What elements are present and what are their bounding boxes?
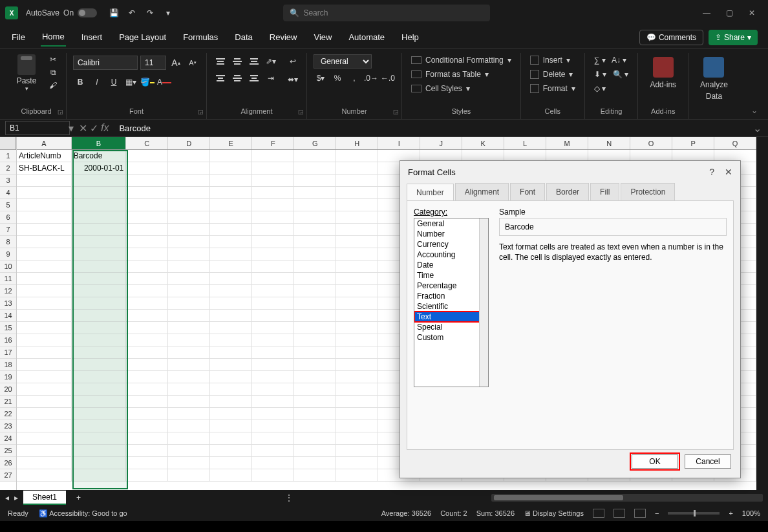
cell[interactable] xyxy=(168,432,210,445)
tab-home[interactable]: Home xyxy=(41,28,66,47)
enter-formula-icon[interactable]: ✓ xyxy=(90,122,98,134)
sheet-menu-icon[interactable]: ⋮ xyxy=(285,493,293,502)
redo-icon[interactable]: ↷ xyxy=(142,5,158,21)
font-color-button[interactable]: A xyxy=(157,75,171,89)
row-header[interactable]: 5 xyxy=(0,199,16,211)
cell[interactable] xyxy=(126,359,168,371)
underline-button[interactable]: U xyxy=(107,75,121,89)
cell[interactable] xyxy=(336,211,378,224)
cell[interactable] xyxy=(210,273,252,285)
cell[interactable] xyxy=(72,383,127,396)
maximize-button[interactable]: ▢ xyxy=(726,8,733,17)
column-header[interactable]: K xyxy=(462,137,504,149)
column-header[interactable]: A xyxy=(17,137,72,149)
cell[interactable] xyxy=(17,383,72,396)
cell[interactable] xyxy=(336,248,378,261)
cell[interactable] xyxy=(210,236,252,248)
cell[interactable] xyxy=(17,175,72,187)
font-launcher[interactable]: ◲ xyxy=(198,109,204,115)
cell[interactable] xyxy=(252,310,294,322)
cell[interactable] xyxy=(252,432,294,445)
row-header[interactable]: 15 xyxy=(0,322,16,334)
name-box-dropdown-icon[interactable]: ▾ xyxy=(69,122,74,134)
cell[interactable] xyxy=(168,359,210,371)
column-header[interactable]: C xyxy=(126,137,168,149)
copy-icon[interactable]: ⧉ xyxy=(47,67,59,78)
select-all-corner[interactable] xyxy=(0,137,16,150)
cell[interactable] xyxy=(336,150,378,162)
row-header[interactable]: 1 xyxy=(0,150,16,162)
cell[interactable] xyxy=(294,199,336,211)
cell[interactable] xyxy=(72,273,127,285)
cell[interactable] xyxy=(168,396,210,408)
column-header[interactable]: Q xyxy=(714,137,756,149)
cell[interactable] xyxy=(72,187,127,199)
cell[interactable] xyxy=(126,199,168,211)
cell[interactable] xyxy=(72,297,127,310)
comments-button[interactable]: 💬 Comments xyxy=(639,30,703,45)
orientation-icon[interactable]: ⇗▾ xyxy=(264,54,278,69)
cell[interactable] xyxy=(210,346,252,359)
cell[interactable] xyxy=(72,371,127,383)
category-scrollbar[interactable] xyxy=(479,218,488,387)
tab-formulas[interactable]: Formulas xyxy=(182,28,219,46)
row-header[interactable]: 14 xyxy=(0,310,16,322)
cell[interactable] xyxy=(210,187,252,199)
cell[interactable] xyxy=(210,445,252,457)
align-right-icon[interactable] xyxy=(247,71,261,85)
addins-button[interactable]: Add-ins xyxy=(645,54,681,92)
cell[interactable] xyxy=(336,236,378,248)
cell[interactable] xyxy=(168,162,210,175)
cell[interactable] xyxy=(252,322,294,334)
column-header[interactable]: I xyxy=(378,137,420,149)
cell[interactable] xyxy=(126,469,168,482)
cell[interactable] xyxy=(294,248,336,261)
cell[interactable] xyxy=(72,432,127,445)
zoom-out-icon[interactable]: − xyxy=(655,509,659,517)
cancel-formula-icon[interactable]: ✕ xyxy=(79,122,87,134)
row-header[interactable]: 24 xyxy=(0,432,16,445)
cell[interactable] xyxy=(336,445,378,457)
row-header[interactable]: 2 xyxy=(0,162,16,175)
format-painter-icon[interactable]: 🖌 xyxy=(47,80,59,90)
cell[interactable] xyxy=(294,273,336,285)
accessibility-status[interactable]: ♿ Accessibility: Good to go xyxy=(39,509,127,518)
cell[interactable] xyxy=(168,334,210,346)
cell[interactable] xyxy=(17,187,72,199)
tab-page-layout[interactable]: Page Layout xyxy=(118,28,167,46)
cell[interactable] xyxy=(294,150,336,162)
cell[interactable] xyxy=(252,273,294,285)
dialog-tab[interactable]: Border xyxy=(546,183,589,200)
cell[interactable] xyxy=(17,396,72,408)
column-header[interactable]: B xyxy=(72,137,127,149)
cell[interactable] xyxy=(294,346,336,359)
category-list[interactable]: GeneralNumberCurrencyAccountingDateTimeP… xyxy=(414,218,489,387)
view-page-break-icon[interactable] xyxy=(634,509,646,518)
dialog-tab[interactable]: Font xyxy=(510,183,545,200)
column-header[interactable]: G xyxy=(294,137,336,149)
cell[interactable] xyxy=(168,211,210,224)
cell[interactable] xyxy=(168,285,210,297)
column-header[interactable]: N xyxy=(588,137,630,149)
autosum-button[interactable]: ∑ ▾ A↓ ▾ xyxy=(592,54,632,66)
cell[interactable] xyxy=(72,346,127,359)
cell[interactable] xyxy=(17,248,72,261)
column-header[interactable]: H xyxy=(336,137,378,149)
fx-icon[interactable]: fx xyxy=(101,122,109,134)
cell[interactable] xyxy=(72,211,127,224)
cell[interactable] xyxy=(168,175,210,187)
cell[interactable] xyxy=(168,457,210,469)
column-header[interactable]: L xyxy=(504,137,546,149)
cell[interactable] xyxy=(126,408,168,420)
cell[interactable] xyxy=(168,199,210,211)
cell[interactable] xyxy=(336,322,378,334)
cell[interactable] xyxy=(210,469,252,482)
zoom-slider[interactable] xyxy=(668,512,720,515)
cell[interactable] xyxy=(126,150,168,162)
zoom-in-icon[interactable]: + xyxy=(729,509,732,517)
row-header[interactable]: 19 xyxy=(0,371,16,383)
increase-decimal-icon[interactable]: .0→ xyxy=(364,71,378,85)
cell[interactable] xyxy=(126,371,168,383)
sheet-nav-prev-icon[interactable]: ◂ xyxy=(5,493,9,502)
cell[interactable] xyxy=(72,310,127,322)
